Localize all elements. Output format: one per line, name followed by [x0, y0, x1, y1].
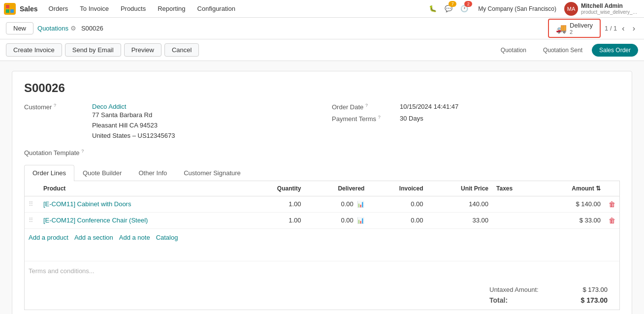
svg-rect-1 — [10, 5, 14, 8]
delivered-cell: 0.00 📊 — [305, 196, 369, 212]
table-row: ⠿ [E-COM12] Conference Chair (Steel) 1.0… — [25, 212, 619, 228]
app-name[interactable]: Sales — [20, 5, 38, 13]
customer-field: Customer ? Deco Addict 77 Santa Barbara … — [24, 103, 312, 141]
customer-name[interactable]: Deco Addict — [92, 103, 175, 110]
product-cell[interactable]: [E-COM11] Cabinet with Doors — [39, 196, 246, 212]
total-label: Total: — [489, 296, 508, 304]
delivery-button[interactable]: 🚚 Delivery 2 — [548, 19, 601, 38]
taxes-cell[interactable] — [492, 196, 537, 212]
terms-conditions[interactable]: Terms and conditions... — [25, 261, 619, 281]
user-name: Mitchell Admin — [581, 2, 640, 9]
bug-icon-btn[interactable]: 🐛 — [427, 3, 439, 14]
totals-table: Untaxed Amount: $ 173.00 Total: $ 173.00 — [489, 284, 608, 306]
breadcrumb-label: Quotations — [37, 25, 68, 32]
send-by-email-button[interactable]: Send by Email — [65, 43, 121, 57]
taxes-cell[interactable] — [492, 212, 537, 228]
add-note-btn[interactable]: Add a note — [119, 234, 150, 241]
order-lines-table: Product Quantity Delivered Invoiced Unit… — [25, 181, 619, 229]
status-quotation[interactable]: Quotation — [493, 44, 534, 57]
prev-button[interactable]: ‹ — [619, 23, 627, 34]
tabs: Order Lines Quote Builder Other Info Cus… — [24, 165, 620, 181]
untaxed-value: $ 173.00 — [582, 286, 608, 293]
nav-reporting[interactable]: Reporting — [153, 3, 190, 14]
chart-icon[interactable]: 📊 — [357, 217, 364, 224]
breadcrumb[interactable]: Quotations ⚙ — [37, 25, 76, 32]
delivery-label: Delivery — [570, 22, 593, 29]
col-delivered: Delivered — [305, 181, 369, 196]
delete-cell[interactable]: 🗑 — [605, 212, 619, 228]
col-product: Product — [39, 181, 246, 196]
quotation-template-row: Quotation Template ? — [24, 149, 620, 157]
chat-icon-btn[interactable]: 💬 7 — [443, 3, 454, 14]
drag-handle[interactable]: ⠿ — [25, 196, 39, 212]
delete-icon[interactable]: 🗑 — [609, 217, 615, 224]
user-sub: product_wise_delivery_or... — [581, 9, 640, 15]
pager: 1 / 1 ‹ › — [605, 23, 638, 34]
nav-products[interactable]: Products — [116, 3, 151, 14]
order-lines-table-wrapper: Product Quantity Delivered Invoiced Unit… — [25, 181, 619, 310]
catalog-btn[interactable]: Catalog — [156, 234, 178, 241]
delivery-count: 2 — [570, 29, 593, 35]
amount-sort-icon[interactable]: ⇅ — [596, 185, 601, 192]
activity-icon-btn[interactable]: 🕐 2 — [458, 3, 470, 14]
amount-cell: $ 33.00 — [537, 212, 605, 228]
product-cell[interactable]: [E-COM12] Conference Chair (Steel) — [39, 212, 246, 228]
company-name: My Company (San Francisco) — [478, 5, 556, 12]
activity-badge: 2 — [464, 1, 472, 7]
delete-cell[interactable]: 🗑 — [605, 196, 619, 212]
add-section-btn[interactable]: Add a section — [74, 234, 113, 241]
nav-configuration[interactable]: Configuration — [193, 3, 240, 14]
col-amount: Amount ⇅ — [537, 181, 605, 196]
create-invoice-button[interactable]: Create Invoice — [6, 43, 62, 57]
delete-icon[interactable]: 🗑 — [609, 200, 615, 208]
nav-orders[interactable]: Orders — [44, 3, 73, 14]
toolbar: Create Invoice Send by Email Preview Can… — [0, 39, 644, 61]
user-avatar: MA — [564, 2, 578, 16]
add-product-btn[interactable]: Add a product — [29, 234, 68, 241]
truck-icon: 🚚 — [556, 23, 567, 34]
cancel-button[interactable]: Cancel — [164, 43, 199, 57]
payment-terms-value: 30 Days — [400, 115, 423, 122]
order-card: S00026 Customer ? Deco Addict 77 Santa B… — [12, 71, 632, 314]
top-nav: Sales Orders To Invoice Products Reporti… — [0, 0, 644, 18]
svg-rect-3 — [10, 9, 14, 13]
drag-handle[interactable]: ⠿ — [25, 212, 39, 228]
next-button[interactable]: › — [630, 23, 638, 34]
invoiced-cell: 0.00 — [368, 196, 427, 212]
col-invoiced: Invoiced — [368, 181, 427, 196]
svg-rect-0 — [6, 5, 9, 8]
untaxed-amount-row: Untaxed Amount: $ 173.00 — [489, 284, 608, 295]
status-sales-order[interactable]: Sales Order — [592, 44, 638, 57]
quotation-template-label: Quotation Template ? — [24, 149, 88, 157]
preview-button[interactable]: Preview — [124, 43, 161, 57]
unit-price-cell[interactable]: 140.00 — [427, 196, 492, 212]
quantity-cell[interactable]: 1.00 — [246, 212, 305, 228]
col-unit-price: Unit Price — [427, 181, 492, 196]
app-logo — [4, 3, 16, 15]
quantity-cell[interactable]: 1.00 — [246, 196, 305, 212]
amount-cell: $ 140.00 — [537, 196, 605, 212]
tab-order-lines[interactable]: Order Lines — [24, 165, 74, 181]
gear-icon[interactable]: ⚙ — [70, 25, 76, 32]
total-row: Total: $ 173.00 — [489, 295, 608, 306]
col-quantity: Quantity — [246, 181, 305, 196]
untaxed-label: Untaxed Amount: — [489, 286, 539, 293]
table-row: ⠿ [E-COM11] Cabinet with Doors 1.00 0.00… — [25, 196, 619, 212]
nav-to-invoice[interactable]: To Invoice — [75, 3, 114, 14]
nav-icons: 🐛 💬 7 🕐 2 My Company (San Francisco) MA … — [427, 2, 640, 16]
tab-quote-builder[interactable]: Quote Builder — [74, 165, 130, 181]
order-date-value: 10/15/2024 14:41:47 — [400, 103, 458, 110]
pager-text: 1 / 1 — [605, 25, 617, 32]
user-menu[interactable]: MA Mitchell Admin product_wise_delivery_… — [564, 2, 640, 16]
unit-price-cell[interactable]: 33.00 — [427, 212, 492, 228]
status-pills: Quotation Quotation Sent Sales Order — [493, 44, 638, 57]
col-taxes: Taxes — [492, 181, 537, 196]
tab-customer-signature[interactable]: Customer Signature — [175, 165, 249, 181]
chart-icon[interactable]: 📊 — [357, 201, 364, 208]
status-quotation-sent[interactable]: Quotation Sent — [536, 44, 590, 57]
new-button[interactable]: New — [6, 22, 33, 34]
svg-rect-2 — [6, 9, 9, 13]
record-id: S00026 — [81, 25, 103, 32]
order-dates: Order Date ? 10/15/2024 14:41:47 Payment… — [332, 103, 620, 141]
tab-other-info[interactable]: Other Info — [130, 165, 175, 181]
